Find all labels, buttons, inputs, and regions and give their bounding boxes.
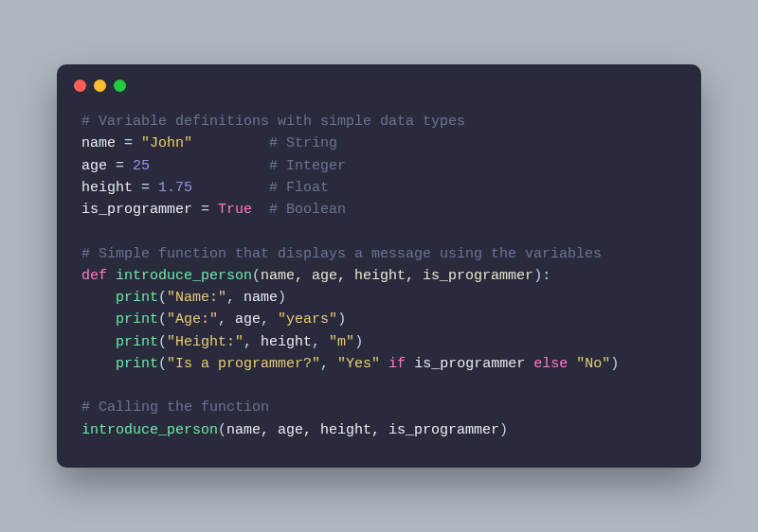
paren-close: ) xyxy=(337,311,346,328)
keyword-true: True xyxy=(218,202,252,218)
zoom-icon[interactable] xyxy=(114,80,126,92)
paren-close: ) xyxy=(278,290,286,306)
code-block: # Variable definitions with simple data … xyxy=(57,98,701,468)
comment: # Simple function that displays a messag… xyxy=(81,246,602,262)
string-literal: "Age:" xyxy=(167,311,218,328)
comma: , xyxy=(261,311,278,328)
comma: , xyxy=(218,311,235,328)
indent xyxy=(81,311,116,328)
string-literal: "Height:" xyxy=(167,334,244,350)
comma: , xyxy=(320,356,337,372)
spacing xyxy=(150,158,269,174)
string-literal: "No" xyxy=(576,356,610,372)
comment: # String xyxy=(269,135,337,151)
string-literal: "Is a programmer?" xyxy=(167,356,320,372)
number-literal: 1.75 xyxy=(158,180,192,196)
paren-open: ( xyxy=(158,290,167,306)
print-call: print xyxy=(116,311,158,328)
keyword-else: else xyxy=(525,356,576,372)
paren-open: ( xyxy=(252,268,261,284)
comma: , xyxy=(226,290,244,306)
window-titlebar xyxy=(57,64,701,98)
paren-open: ( xyxy=(218,422,226,438)
comment: # Calling the function xyxy=(81,399,269,416)
string-literal: "Name:" xyxy=(167,290,226,306)
indent xyxy=(81,290,116,306)
keyword-def: def xyxy=(81,268,107,284)
variable-name: name xyxy=(81,135,116,151)
variable-name: age xyxy=(81,158,107,174)
paren-open: ( xyxy=(158,311,167,328)
string-literal: "John" xyxy=(141,135,192,151)
string-literal: "years" xyxy=(278,311,337,328)
string-literal: "Yes" xyxy=(337,356,380,372)
comma: , xyxy=(244,334,261,350)
function-name: introduce_person xyxy=(116,268,252,284)
comment: # Variable definitions with simple data … xyxy=(81,114,465,130)
space xyxy=(107,268,116,284)
comment: # Float xyxy=(269,180,329,196)
equals-operator: = xyxy=(192,202,218,218)
variable-name: height xyxy=(81,180,133,196)
equals-operator: = xyxy=(107,158,133,174)
code-window: # Variable definitions with simple data … xyxy=(57,64,701,468)
paren-close-colon: ): xyxy=(533,268,550,284)
indent xyxy=(81,334,116,350)
comma: , xyxy=(312,334,329,350)
paren-close: ) xyxy=(499,422,508,438)
comment: # Integer xyxy=(269,158,346,174)
indent xyxy=(81,356,116,372)
print-call: print xyxy=(116,356,158,372)
argument-list: name, age, height, is_programmer xyxy=(226,422,499,438)
keyword-if: if xyxy=(380,356,414,372)
spacing xyxy=(192,135,269,151)
spacing xyxy=(192,180,269,196)
string-literal: "m" xyxy=(329,334,354,350)
paren-open: ( xyxy=(158,356,167,372)
close-icon[interactable] xyxy=(74,80,86,92)
comment: # Boolean xyxy=(269,202,346,218)
minimize-icon[interactable] xyxy=(94,80,106,92)
argument: age xyxy=(235,311,261,328)
print-call: print xyxy=(116,334,158,350)
argument: is_programmer xyxy=(414,356,525,372)
variable-name: is_programmer xyxy=(81,202,192,218)
paren-open: ( xyxy=(158,334,167,350)
print-call: print xyxy=(116,290,158,306)
parameter-list: name, age, height, is_programmer xyxy=(261,268,533,284)
argument: height xyxy=(261,334,312,350)
paren-close: ) xyxy=(354,334,363,350)
equals-operator: = xyxy=(133,180,158,196)
equals-operator: = xyxy=(116,135,141,151)
argument: name xyxy=(244,290,278,306)
function-call: introduce_person xyxy=(81,422,218,438)
spacing xyxy=(252,202,269,218)
paren-close: ) xyxy=(610,356,619,372)
number-literal: 25 xyxy=(133,158,150,174)
